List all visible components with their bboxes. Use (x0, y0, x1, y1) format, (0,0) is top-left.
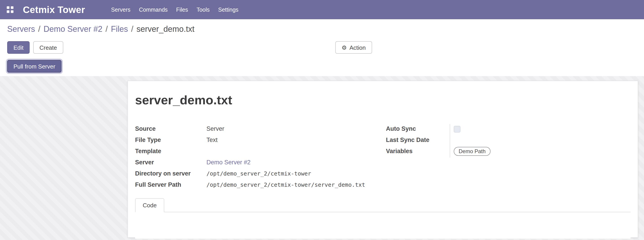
action-menu-wrap: ⚙ Action (335, 41, 372, 54)
form-sheet: server_demo.txt Source Server File Type … (128, 81, 638, 238)
field-value-file-type: Text (206, 135, 380, 144)
breadcrumb-separator: / (131, 25, 133, 34)
top-navbar: Cetmix Tower Servers Commands Files Tool… (0, 0, 644, 19)
field-value-auto-sync (450, 124, 630, 135)
field-label-last-sync-date: Last Sync Date (386, 135, 450, 144)
app-window: Cetmix Tower Servers Commands Files Tool… (0, 0, 644, 240)
breadcrumb-link-servers[interactable]: Servers (7, 25, 35, 34)
field-value-server: Demo Server #2 (206, 158, 380, 167)
breadcrumb-current: server_demo.txt (136, 25, 194, 34)
field-groups: Source Server File Type Text Template Se… (135, 124, 630, 191)
field-label-variables: Variables (386, 146, 450, 155)
breadcrumb: Servers/Demo Server #2/Files/server_demo… (0, 19, 644, 35)
apps-grid-square (7, 10, 10, 13)
navbar-item-settings[interactable]: Settings (218, 6, 238, 13)
breadcrumb-separator: / (106, 25, 108, 34)
navbar-item-servers[interactable]: Servers (111, 6, 130, 13)
action-menu-label: Action (350, 44, 366, 51)
server-record-link[interactable]: Demo Server #2 (206, 159, 251, 166)
code-tab-content (135, 212, 630, 239)
gear-icon: ⚙ (342, 45, 347, 50)
field-value-last-sync-date (450, 135, 630, 146)
workflow-buttons: Pull from Server (0, 60, 644, 73)
field-value-full-server-path: /opt/demo_server_2/cetmix-tower/server_d… (206, 180, 380, 189)
create-button[interactable]: Create (33, 41, 63, 54)
form-background: server_demo.txt Source Server File Type … (0, 76, 644, 240)
apps-grid-square (7, 6, 10, 9)
apps-grid-square (11, 6, 14, 9)
breadcrumb-link-files[interactable]: Files (111, 25, 128, 34)
field-label-template: Template (135, 146, 206, 155)
control-panel: Servers/Demo Server #2/Files/server_demo… (0, 19, 644, 76)
pull-from-server-button[interactable]: Pull from Server (7, 60, 62, 73)
action-bar: Edit Create ⚙ Action (0, 41, 644, 54)
navbar-item-commands[interactable]: Commands (139, 6, 168, 13)
variable-tag-demo-path: Demo Path (454, 147, 490, 156)
breadcrumb-separator: / (38, 25, 40, 34)
field-label-file-type: File Type (135, 135, 206, 144)
field-group-right: Auto Sync Last Sync Date Variables Demo … (386, 124, 630, 191)
navbar-item-tools[interactable]: Tools (196, 6, 210, 13)
field-label-directory-on-server: Directory on server (135, 169, 206, 178)
field-label-auto-sync: Auto Sync (386, 124, 450, 133)
app-brand[interactable]: Cetmix Tower (23, 4, 85, 15)
apps-grid-square (11, 10, 14, 13)
auto-sync-checkbox[interactable] (454, 126, 460, 132)
tab-code[interactable]: Code (135, 198, 164, 212)
field-value-template (206, 146, 380, 147)
field-value-variables: Demo Path (450, 146, 630, 158)
field-value-source: Server (206, 124, 380, 133)
apps-grid-icon[interactable] (7, 6, 14, 13)
notebook-tabs: Code (135, 198, 630, 212)
breadcrumb-link-demo-server[interactable]: Demo Server #2 (44, 25, 102, 34)
field-value-directory-on-server: /opt/demo_server_2/cetmix-tower (206, 169, 380, 178)
field-label-server: Server (135, 158, 206, 167)
navbar-menu: Servers Commands Files Tools Settings (111, 6, 238, 13)
field-group-left: Source Server File Type Text Template Se… (135, 124, 380, 191)
edit-button[interactable]: Edit (7, 41, 30, 54)
page-title: server_demo.txt (135, 93, 630, 108)
field-label-source: Source (135, 124, 206, 133)
action-menu-button[interactable]: ⚙ Action (335, 41, 372, 54)
field-label-full-server-path: Full Server Path (135, 180, 206, 189)
navbar-item-files[interactable]: Files (176, 6, 188, 13)
